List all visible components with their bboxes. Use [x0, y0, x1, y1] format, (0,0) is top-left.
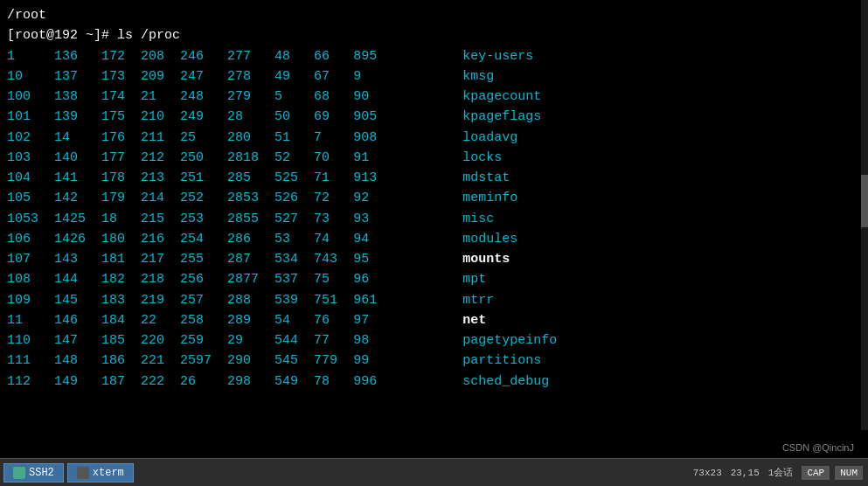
- list-item: 779: [314, 351, 353, 371]
- num-badge: NUM: [835, 466, 863, 480]
- list-item: 138: [54, 87, 101, 107]
- list-item: 69: [314, 107, 353, 127]
- list-item: 537: [274, 269, 314, 289]
- list-item: 53: [274, 229, 314, 249]
- list-item: 26: [180, 371, 227, 392]
- list-item: 253: [180, 209, 227, 229]
- list-item: 214: [141, 188, 180, 208]
- list-item: 289: [227, 310, 274, 330]
- list-item: 2853: [227, 188, 274, 208]
- list-item: 95: [353, 249, 392, 269]
- list-item: 222: [141, 371, 180, 392]
- list-item: 172: [101, 46, 141, 66]
- list-item: 145: [54, 290, 101, 310]
- list-item: 208: [141, 46, 180, 66]
- list-item: 173: [101, 66, 141, 87]
- list-item: 2877: [227, 269, 274, 289]
- list-item: 184: [101, 310, 141, 330]
- root-path: /root: [7, 5, 861, 25]
- list-item: 247: [180, 66, 227, 87]
- list-item: 105: [7, 188, 54, 208]
- ssh2-button[interactable]: SSH2: [3, 463, 64, 483]
- list-item: 539: [274, 290, 314, 310]
- list-item: 913: [353, 168, 392, 188]
- list-item: 11: [7, 310, 54, 330]
- list-item: 905: [353, 107, 392, 127]
- list-item: 28: [227, 107, 274, 127]
- list-item: 251: [180, 168, 227, 188]
- table-row: 10414117821325128552571913mdstat: [7, 168, 557, 188]
- list-item: 534: [274, 249, 314, 269]
- cap-badge: CAP: [802, 466, 830, 480]
- list-item: 111: [7, 351, 54, 371]
- list-item: 210: [141, 107, 180, 127]
- list-item: 93: [353, 209, 392, 229]
- list-item: 209: [141, 66, 180, 87]
- list-item: 107: [7, 249, 54, 269]
- list-item: 147: [54, 330, 101, 351]
- list-item: 66: [314, 46, 353, 66]
- table-row: 105314251821525328555277393misc: [7, 209, 557, 229]
- list-item: 50: [274, 107, 314, 127]
- list-item: 22: [141, 310, 180, 330]
- list-item: 181: [101, 249, 141, 269]
- list-item: 1: [7, 46, 54, 66]
- list-item: 75: [314, 269, 353, 289]
- list-item: 544: [274, 330, 314, 351]
- proc-entry-name: kpagecount: [392, 87, 557, 107]
- list-item: 286: [227, 229, 274, 249]
- list-item: 220: [141, 330, 180, 351]
- ls-output: 11361722082462774866895key-users10137173…: [7, 46, 557, 392]
- list-item: 51: [274, 128, 314, 148]
- list-item: 175: [101, 107, 141, 127]
- list-item: 141: [54, 168, 101, 188]
- list-item: 72: [314, 188, 353, 208]
- list-item: 18: [101, 209, 141, 229]
- proc-entry-name: kpageflags: [392, 107, 557, 127]
- list-item: 287: [227, 249, 274, 269]
- xterm-button[interactable]: xterm: [67, 463, 134, 483]
- list-item: 178: [101, 168, 141, 188]
- command-line: [root@192 ~]# ls /proc: [7, 25, 861, 45]
- list-item: 743: [314, 249, 353, 269]
- table-row: 1013717320924727849679kmsg: [7, 66, 557, 87]
- list-item: 174: [101, 87, 141, 107]
- list-item: 751: [314, 290, 353, 310]
- list-item: 143: [54, 249, 101, 269]
- list-item: 106: [7, 229, 54, 249]
- list-item: 144: [54, 269, 101, 289]
- terminal: /root [root@192 ~]# ls /proc 11361722082…: [0, 0, 868, 458]
- list-item: 76: [314, 310, 353, 330]
- scrollbar-thumb[interactable]: [861, 175, 868, 227]
- list-item: 108: [7, 269, 54, 289]
- list-item: 246: [180, 46, 227, 66]
- list-item: 187: [101, 371, 141, 392]
- list-item: 7: [314, 128, 353, 148]
- list-item: 92: [353, 188, 392, 208]
- list-item: 25: [180, 128, 227, 148]
- table-row: 11361722082462774866895key-users: [7, 46, 557, 66]
- list-item: 525: [274, 168, 314, 188]
- list-item: 218: [141, 269, 180, 289]
- list-item: 139: [54, 107, 101, 127]
- list-item: 250: [180, 148, 227, 168]
- list-item: 52: [274, 148, 314, 168]
- list-item: 290: [227, 351, 274, 371]
- list-item: 109: [7, 290, 54, 310]
- list-item: 146: [54, 310, 101, 330]
- list-item: 112: [7, 371, 54, 392]
- proc-entry-name: net: [392, 310, 557, 330]
- list-item: 908: [353, 128, 392, 148]
- list-item: 48: [274, 46, 314, 66]
- table-row: 1001381742124827956890kpagecount: [7, 87, 557, 107]
- table-row: 1021417621125280517908loadavg: [7, 128, 557, 148]
- list-item: 177: [101, 148, 141, 168]
- list-item: 288: [227, 290, 274, 310]
- list-item: 280: [227, 128, 274, 148]
- scrollbar[interactable]: [861, 0, 868, 430]
- list-item: 10: [7, 66, 54, 87]
- proc-entry-name: key-users: [392, 46, 557, 66]
- list-item: 97: [353, 310, 392, 330]
- proc-entry-name: mpt: [392, 269, 557, 289]
- list-item: 180: [101, 229, 141, 249]
